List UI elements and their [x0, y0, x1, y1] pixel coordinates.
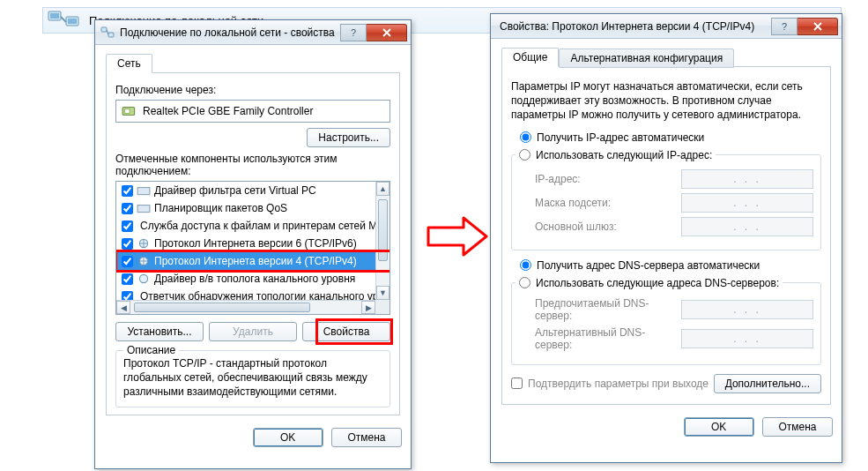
radio-dns-auto-label: Получить адрес DNS-сервера автоматически	[537, 259, 760, 272]
component-checkbox[interactable]	[122, 185, 133, 197]
svg-rect-8	[137, 188, 150, 195]
group-ip-manual: Использовать следующий IP-адрес: IP-адре…	[511, 149, 821, 250]
scrollbar-corner	[375, 300, 389, 314]
properties-button[interactable]: Свойства	[302, 322, 390, 341]
tab-general[interactable]: Общие	[501, 48, 559, 67]
subnet-mask-field: . . .	[681, 193, 813, 213]
tabstrip: Сеть	[106, 54, 400, 73]
cancel-button[interactable]: Отмена	[762, 417, 833, 437]
gateway-label: Основной шлюз:	[516, 221, 681, 233]
scroll-up-button[interactable]: ▲	[376, 182, 389, 196]
dns-alternate-field: . . .	[681, 329, 813, 348]
protocol-icon	[137, 237, 151, 250]
component-item[interactable]: Планировщик пакетов QoS	[116, 199, 375, 217]
vertical-scrollbar[interactable]: ▲ ▼	[375, 182, 389, 300]
svg-rect-1	[50, 13, 59, 19]
tab-alt-config[interactable]: Альтернативная конфигурация	[559, 49, 734, 68]
nic-icon	[122, 104, 137, 118]
tabstrip: Общие Альтернативная конфигурация	[501, 48, 831, 67]
ip-address-field: . . .	[681, 169, 813, 189]
scroll-thumb[interactable]	[134, 303, 310, 312]
radio-dns-manual[interactable]	[519, 277, 530, 288]
scroll-down-button[interactable]: ▼	[376, 286, 389, 300]
component-item[interactable]: Драйвер в/в тополога канального уровня	[116, 270, 375, 288]
close-button[interactable]	[367, 24, 407, 41]
svg-rect-4	[101, 27, 107, 32]
tab-network[interactable]: Сеть	[106, 54, 152, 73]
radio-dns-manual-label: Использовать следующие адреса DNS-сервер…	[536, 277, 779, 289]
description-text: Протокол TCP/IP - стандартный протокол г…	[123, 356, 382, 400]
window-title: Подключение по локальной сети - свойства	[120, 26, 340, 39]
ok-button[interactable]: OK	[253, 428, 323, 447]
component-checkbox[interactable]	[122, 238, 133, 250]
component-label: Протокол Интернета версии 4 (TCP/IPv4)	[154, 255, 357, 267]
help-button[interactable]: ?	[771, 18, 798, 35]
subnet-mask-label: Маска подсети:	[516, 197, 681, 209]
configure-button[interactable]: Настроить...	[307, 128, 390, 147]
advanced-button[interactable]: Дополнительно...	[714, 374, 821, 393]
close-icon	[812, 22, 823, 31]
confirm-on-exit-label: Подтвердить параметры при выходе	[528, 378, 708, 390]
window-ipv4-properties: Свойства: Протокол Интернета версии 4 (T…	[490, 13, 842, 463]
group-dns-manual: Использовать следующие адреса DNS-сервер…	[511, 277, 821, 365]
component-label: Планировщик пакетов QoS	[154, 202, 287, 214]
scroll-right-button[interactable]: ▶	[361, 301, 375, 314]
service-icon	[137, 202, 151, 214]
protocol-icon	[137, 273, 151, 285]
svg-rect-9	[137, 206, 150, 213]
intro-text: Параметры IP могут назначаться автоматич…	[511, 79, 821, 123]
window-connection-properties: Подключение по локальной сети - свойства…	[94, 19, 412, 469]
close-button[interactable]	[798, 18, 838, 35]
remove-button: Удалить	[209, 322, 297, 341]
radio-dns-auto[interactable]	[520, 259, 531, 271]
gateway-field: . . .	[681, 217, 813, 236]
radio-ip-auto-label: Получить IP-адрес автоматически	[537, 131, 704, 144]
svg-rect-7	[124, 109, 130, 114]
adapter-field: Realtek PCIe GBE Family Controller	[115, 100, 390, 123]
network-icon	[100, 26, 115, 40]
component-checkbox[interactable]	[122, 273, 133, 285]
service-icon	[137, 184, 151, 197]
component-label: Служба доступа к файлам и принтерам сете…	[140, 220, 375, 232]
radio-ip-auto[interactable]	[520, 131, 531, 143]
radio-ip-manual-label: Использовать следующий IP-адрес:	[536, 149, 712, 161]
protocol-icon	[137, 255, 151, 267]
arrow-annotation	[427, 216, 488, 257]
dns-alternate-label: Альтернативный DNS-сервер:	[516, 326, 681, 351]
component-label: Драйвер в/в тополога канального уровня	[154, 273, 355, 285]
component-item[interactable]: Драйвер фильтра сети Virtual PC	[116, 182, 375, 199]
dns-preferred-field: . . .	[681, 300, 813, 319]
scroll-thumb[interactable]	[378, 199, 388, 261]
component-item[interactable]: Служба доступа к файлам и принтерам сете…	[116, 217, 375, 235]
component-label: Драйвер фильтра сети Virtual PC	[154, 184, 316, 197]
description-legend: Описание	[123, 344, 179, 356]
radio-ip-manual[interactable]	[519, 149, 530, 161]
component-item[interactable]: Протокол Интернета версии 6 (TCP/IPv6)	[116, 235, 375, 252]
svg-point-13	[139, 274, 147, 282]
network-connection-icon	[47, 8, 82, 33]
components-label: Отмеченные компоненты используются этим …	[115, 153, 390, 177]
svg-rect-3	[68, 19, 77, 24]
connect-using-label: Подключение через:	[115, 84, 390, 96]
svg-rect-5	[108, 33, 114, 37]
ip-address-label: IP-адрес:	[516, 173, 681, 185]
window-title: Свойства: Протокол Интернета версии 4 (T…	[496, 20, 771, 33]
component-label: Протокол Интернета версии 6 (TCP/IPv6)	[154, 237, 357, 250]
help-button[interactable]: ?	[340, 24, 367, 41]
close-icon	[382, 28, 392, 37]
ok-button[interactable]: OK	[684, 417, 754, 437]
scroll-left-button[interactable]: ◀	[116, 301, 130, 314]
titlebar[interactable]: Подключение по локальной сети - свойства…	[95, 20, 411, 45]
horizontal-scrollbar[interactable]: ◀ ▶	[116, 300, 375, 314]
component-checkbox[interactable]	[122, 203, 133, 214]
component-checkbox[interactable]	[122, 221, 133, 232]
install-button[interactable]: Установить...	[115, 322, 204, 341]
titlebar[interactable]: Свойства: Протокол Интернета версии 4 (T…	[491, 14, 842, 39]
cancel-button[interactable]: Отмена	[331, 428, 402, 447]
component-checkbox[interactable]	[122, 256, 133, 267]
adapter-name: Realtek PCIe GBE Family Controller	[143, 105, 313, 117]
component-item-selected[interactable]: Протокол Интернета версии 4 (TCP/IPv4)	[116, 252, 375, 270]
confirm-on-exit-checkbox[interactable]	[511, 378, 523, 389]
dns-preferred-label: Предпочитаемый DNS-сервер:	[516, 297, 681, 322]
components-listbox[interactable]: Драйвер фильтра сети Virtual PC Планиров…	[115, 181, 390, 315]
